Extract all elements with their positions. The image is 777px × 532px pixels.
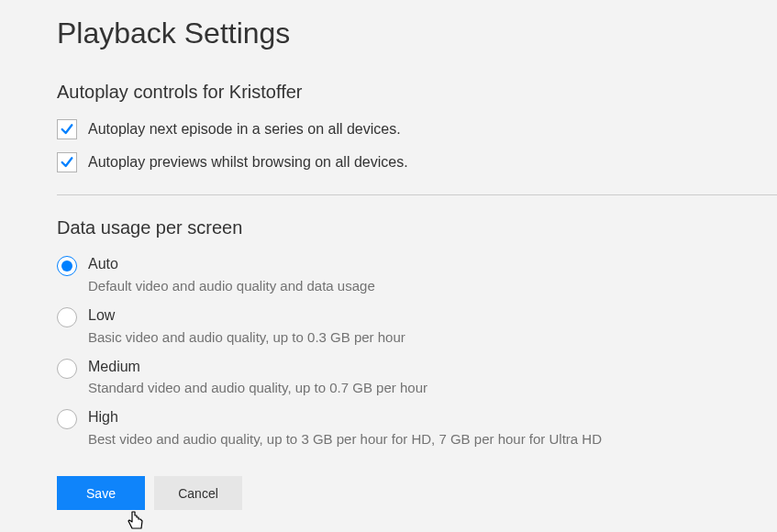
data-usage-low-row: Low Basic video and audio quality, up to… [57,306,777,345]
button-row: Save Cancel [57,476,777,510]
cancel-button[interactable]: Cancel [154,476,242,510]
section-divider [57,194,777,195]
data-usage-medium-label: Medium [88,358,427,377]
autoplay-next-episode-checkbox[interactable] [57,119,77,139]
autoplay-previews-label: Autoplay previews whilst browsing on all… [88,154,408,171]
data-usage-heading: Data usage per screen [57,217,777,238]
autoplay-heading: Autoplay controls for Kristoffer [57,82,777,103]
data-usage-high-row: High Best video and audio quality, up to… [57,408,777,447]
autoplay-next-episode-row: Autoplay next episode in a series on all… [57,119,777,139]
data-usage-auto-desc: Default video and audio quality and data… [88,278,375,294]
cursor-pointer-icon [127,510,145,532]
autoplay-previews-row: Autoplay previews whilst browsing on all… [57,152,777,172]
data-usage-low-desc: Basic video and audio quality, up to 0.3… [88,329,405,345]
checkmark-icon [60,155,74,170]
checkmark-icon [60,122,74,137]
data-usage-low-label: Low [88,306,405,326]
data-usage-auto-radio[interactable] [57,256,77,276]
page-title: Playback Settings [57,17,777,50]
data-usage-medium-desc: Standard video and audio quality, up to … [88,380,427,395]
data-usage-auto-row: Auto Default video and audio quality and… [57,255,777,294]
autoplay-previews-checkbox[interactable] [57,152,77,172]
data-usage-medium-row: Medium Standard video and audio quality,… [57,358,777,396]
data-usage-high-radio[interactable] [57,409,77,429]
data-usage-medium-radio[interactable] [57,359,77,379]
data-usage-high-desc: Best video and audio quality, up to 3 GB… [88,431,602,447]
data-usage-auto-label: Auto [88,255,375,274]
save-button[interactable]: Save [57,476,145,510]
autoplay-next-episode-label: Autoplay next episode in a series on all… [88,121,401,138]
data-usage-low-radio[interactable] [57,307,77,327]
data-usage-high-label: High [88,408,602,427]
